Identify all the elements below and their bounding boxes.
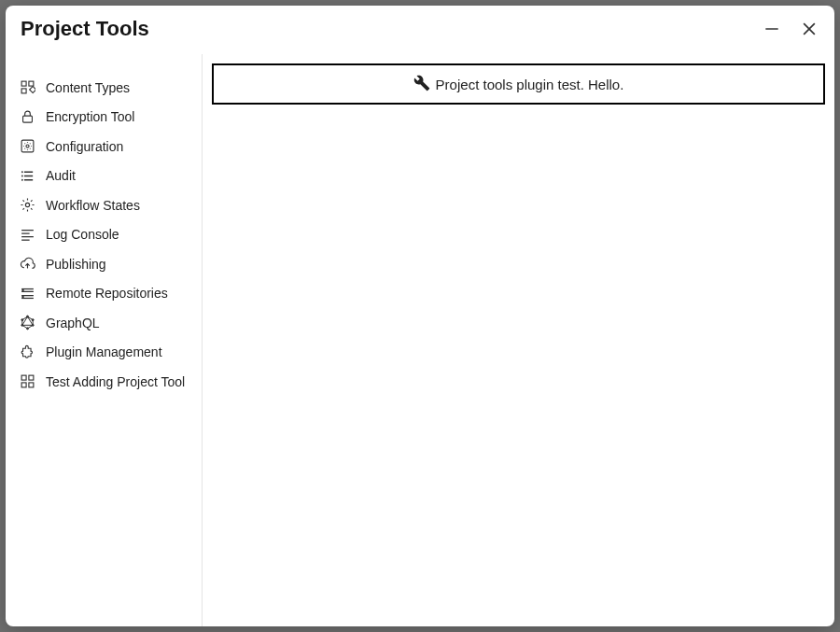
plugin-test-banner: Project tools plugin test. Hello. [212, 63, 825, 105]
svg-point-29 [32, 319, 34, 321]
sidebar: Content Types Encryption Tool [6, 54, 203, 626]
close-icon [800, 20, 819, 38]
sidebar-item-label: Encryption Tool [46, 109, 134, 124]
svg-point-32 [21, 325, 22, 327]
sidebar-item-label: Plugin Management [46, 344, 162, 359]
dialog-body: Content Types Encryption Tool [6, 54, 834, 626]
extension-icon [19, 344, 35, 360]
dialog-titlebar: Project Tools [6, 6, 834, 54]
sidebar-item-label: Workflow States [46, 198, 140, 213]
cloud-upload-icon [19, 256, 35, 273]
svg-point-28 [26, 316, 28, 317]
svg-rect-6 [29, 87, 35, 93]
svg-point-33 [21, 319, 22, 321]
dialog-title: Project Tools [21, 17, 149, 41]
window-controls [762, 19, 819, 39]
lock-icon [19, 108, 35, 125]
sidebar-item-plugin-management[interactable]: Plugin Management [19, 338, 202, 368]
align-left-icon [19, 226, 35, 243]
sidebar-item-label: Audit [46, 168, 76, 183]
sidebar-item-label: Remote Repositories [46, 286, 168, 301]
svg-point-9 [25, 145, 28, 147]
banner-text: Project tools plugin test. Hello. [436, 77, 624, 92]
modal-backdrop: Project Tools [0, 0, 840, 632]
svg-rect-34 [21, 375, 26, 380]
svg-rect-4 [28, 81, 33, 86]
sidebar-item-audit[interactable]: Audit [19, 162, 202, 191]
svg-point-13 [21, 176, 22, 176]
sidebar-item-remote-repositories[interactable]: Remote Repositories [19, 279, 202, 309]
sidebar-item-label: GraphQL [46, 316, 100, 330]
sidebar-item-test-adding-project-tool[interactable]: Test Adding Project Tool [19, 367, 202, 397]
widgets-icon [19, 373, 35, 390]
project-tools-dialog: Project Tools [6, 6, 834, 626]
build-icon [413, 75, 432, 94]
sidebar-item-label: Publishing [46, 257, 106, 272]
sidebar-item-label: Configuration [46, 139, 123, 154]
sidebar-item-workflow-states[interactable]: Workflow States [19, 190, 202, 220]
sidebar-nav: Content Types Encryption Tool [19, 73, 202, 397]
svg-rect-5 [21, 89, 26, 93]
svg-point-30 [32, 325, 34, 327]
sidebar-item-label: Log Console [46, 227, 119, 242]
svg-point-11 [21, 172, 22, 173]
svg-rect-36 [21, 383, 26, 387]
sidebar-item-graphql[interactable]: GraphQL [19, 308, 202, 338]
sidebar-item-label: Content Types [46, 80, 130, 95]
svg-point-15 [21, 179, 22, 180]
gear-icon [19, 197, 35, 214]
sidebar-item-encryption-tool[interactable]: Encryption Tool [19, 103, 202, 133]
graphql-icon [19, 315, 35, 331]
close-button[interactable] [799, 19, 819, 39]
svg-point-16 [25, 204, 29, 207]
svg-rect-35 [28, 375, 33, 380]
settings-applications-icon [19, 138, 35, 155]
svg-point-31 [26, 328, 28, 330]
main-content: Project tools plugin test. Hello. [203, 54, 834, 626]
minimize-icon [763, 20, 781, 38]
svg-rect-7 [22, 116, 32, 122]
sidebar-item-content-types[interactable]: Content Types [19, 73, 202, 103]
minimize-button[interactable] [762, 19, 782, 39]
svg-point-25 [21, 289, 22, 290]
storage-icon [19, 285, 35, 302]
svg-rect-8 [21, 140, 34, 152]
sidebar-item-label: Test Adding Project Tool [46, 374, 185, 389]
svg-rect-3 [21, 81, 26, 86]
sidebar-item-log-console[interactable]: Log Console [19, 220, 202, 250]
svg-rect-37 [28, 383, 33, 387]
list-icon [19, 167, 35, 184]
sidebar-item-configuration[interactable]: Configuration [19, 132, 202, 162]
widgets-icon [19, 79, 35, 96]
svg-point-26 [21, 296, 22, 297]
sidebar-item-publishing[interactable]: Publishing [19, 249, 202, 279]
